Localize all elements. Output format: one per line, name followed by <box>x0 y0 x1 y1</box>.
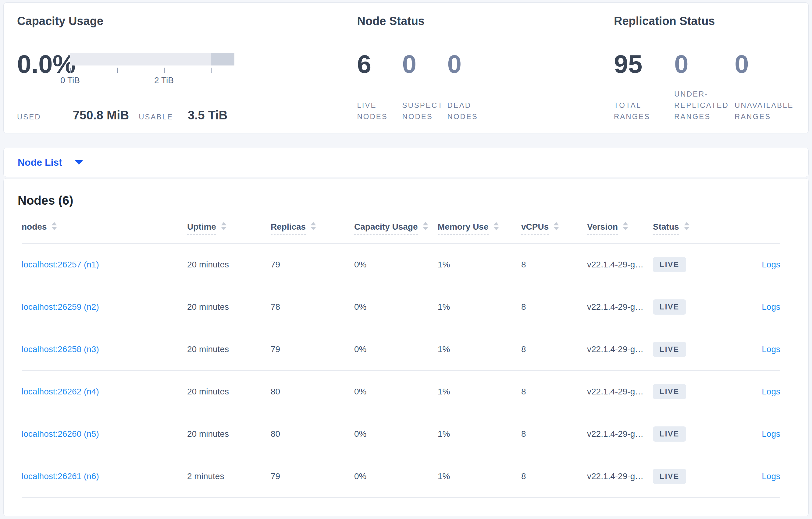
sort-icon[interactable] <box>311 222 316 230</box>
used-label: USED <box>17 113 41 121</box>
capacity-bar-axis <box>70 68 234 73</box>
version-cell: v22.1.4-29-g… <box>587 429 653 439</box>
table-row: localhost:26262 (n4) 20 minutes 80 0% 1%… <box>22 371 780 413</box>
version-cell: v22.1.4-29-g… <box>587 260 653 270</box>
column-header-version[interactable]: Version <box>587 222 653 232</box>
capacity-cell: 0% <box>354 260 438 270</box>
logs-link[interactable]: Logs <box>762 302 780 312</box>
logs-link[interactable]: Logs <box>762 471 780 481</box>
live-nodes-value: 6 <box>357 47 402 81</box>
vcpus-cell: 8 <box>521 471 587 481</box>
sort-icon[interactable] <box>221 222 227 230</box>
sort-icon[interactable] <box>684 222 690 230</box>
status-badge: LIVE <box>653 469 686 484</box>
status-badge: LIVE <box>653 384 686 399</box>
vcpus-cell: 8 <box>521 260 587 270</box>
nodes-table: nodes Uptime Replicas Capacity Usage Mem… <box>22 222 780 498</box>
column-header-uptime[interactable]: Uptime <box>187 222 271 232</box>
logs-link[interactable]: Logs <box>762 387 780 396</box>
column-header-memory-use[interactable]: Memory Use <box>438 222 521 232</box>
uptime-cell: 20 minutes <box>187 387 271 397</box>
logs-link[interactable]: Logs <box>762 344 780 354</box>
node-link[interactable]: localhost:26258 (n3) <box>22 344 99 354</box>
usable-value: 3.5 TiB <box>188 109 227 122</box>
node-link[interactable]: localhost:26257 (n1) <box>22 260 99 269</box>
sort-icon[interactable] <box>553 222 559 230</box>
chevron-down-icon[interactable] <box>75 160 83 165</box>
column-header-nodes[interactable]: nodes <box>22 222 187 232</box>
nodes-section-title: Nodes (6) <box>4 179 808 207</box>
sort-icon[interactable] <box>423 222 428 230</box>
usable-label: USABLE <box>139 113 173 121</box>
capacity-cell: 0% <box>354 471 438 481</box>
unavailable-ranges-stat: 0 UNAVAILABLE RANGES <box>734 47 795 122</box>
node-link[interactable]: localhost:26262 (n4) <box>22 387 99 396</box>
uptime-cell: 20 minutes <box>187 429 271 439</box>
uptime-cell: 20 minutes <box>187 302 271 312</box>
cluster-summary-panel: Capacity Usage 0.0% 0 TiB 2 TiB <box>3 2 809 133</box>
version-cell: v22.1.4-29-g… <box>587 302 653 312</box>
memory-cell: 1% <box>438 260 521 270</box>
uptime-cell: 20 minutes <box>187 260 271 270</box>
capacity-bar-track <box>70 53 234 65</box>
table-row: localhost:26257 (n1) 20 minutes 79 0% 1%… <box>22 244 780 286</box>
under-replicated-ranges-stat: 0 UNDER-REPLICATED RANGES <box>674 47 734 122</box>
node-link[interactable]: localhost:26259 (n2) <box>22 302 99 312</box>
live-nodes-stat: 6 LIVE NODES <box>357 47 402 122</box>
replicas-cell: 79 <box>271 344 354 354</box>
memory-cell: 1% <box>438 344 521 354</box>
replicas-cell: 79 <box>271 471 354 481</box>
total-ranges-value: 95 <box>614 47 674 81</box>
capacity-cell: 0% <box>354 429 438 439</box>
node-link[interactable]: localhost:26260 (n5) <box>22 429 99 438</box>
replicas-cell: 78 <box>271 302 354 312</box>
capacity-bar-dark-segment <box>211 53 234 65</box>
axis-label-2tib: 2 TiB <box>154 75 174 85</box>
nodes-table-header: nodes Uptime Replicas Capacity Usage Mem… <box>22 222 780 244</box>
table-row: localhost:26260 (n5) 20 minutes 80 0% 1%… <box>22 413 780 455</box>
capacity-cell: 0% <box>354 344 438 354</box>
vcpus-cell: 8 <box>521 344 587 354</box>
replicas-cell: 79 <box>271 260 354 270</box>
dead-nodes-stat: 0 DEAD NODES <box>447 47 492 122</box>
column-header-replicas[interactable]: Replicas <box>271 222 354 232</box>
column-header-status[interactable]: Status <box>653 222 719 232</box>
used-value: 750.8 MiB <box>73 109 129 122</box>
total-ranges-stat: 95 TOTAL RANGES <box>614 47 674 122</box>
vcpus-cell: 8 <box>521 429 587 439</box>
column-header-capacity-usage[interactable]: Capacity Usage <box>354 222 438 232</box>
version-cell: v22.1.4-29-g… <box>587 344 653 354</box>
suspect-nodes-value: 0 <box>402 47 447 81</box>
sort-icon[interactable] <box>493 222 499 230</box>
logs-link[interactable]: Logs <box>762 429 780 438</box>
sort-icon[interactable] <box>52 222 57 230</box>
logs-link[interactable]: Logs <box>762 260 780 269</box>
axis-tick <box>211 68 211 73</box>
node-link[interactable]: localhost:26261 (n6) <box>22 471 99 481</box>
axis-tick <box>164 68 165 73</box>
memory-cell: 1% <box>438 387 521 397</box>
under-replicated-ranges-value: 0 <box>674 47 734 81</box>
node-status-title: Node Status <box>357 14 614 28</box>
live-nodes-label: LIVE NODES <box>357 100 402 122</box>
unavailable-ranges-value: 0 <box>734 47 795 81</box>
suspect-nodes-stat: 0 SUSPECT NODES <box>402 47 447 122</box>
column-header-vcpus[interactable]: vCPUs <box>521 222 587 232</box>
capacity-cell: 0% <box>354 387 438 397</box>
table-row: localhost:26259 (n2) 20 minutes 78 0% 1%… <box>22 286 780 328</box>
table-row: localhost:26261 (n6) 2 minutes 79 0% 1% … <box>22 455 780 498</box>
view-selector-bar: Node List <box>3 148 809 177</box>
sort-icon[interactable] <box>623 222 628 230</box>
dead-nodes-label: DEAD NODES <box>447 100 492 122</box>
capacity-usage-bar: 0 TiB 2 TiB <box>70 53 234 86</box>
memory-cell: 1% <box>438 302 521 312</box>
status-badge: LIVE <box>653 342 686 357</box>
capacity-cell: 0% <box>354 302 438 312</box>
memory-cell: 1% <box>438 471 521 481</box>
node-status-section: Node Status 6 LIVE NODES 0 SUSPECT NODES… <box>357 14 614 122</box>
version-cell: v22.1.4-29-g… <box>587 387 653 397</box>
uptime-cell: 20 minutes <box>187 344 271 354</box>
under-replicated-ranges-label: UNDER-REPLICATED RANGES <box>674 88 732 122</box>
capacity-usage-title: Capacity Usage <box>17 14 357 28</box>
node-list-dropdown[interactable]: Node List <box>18 157 62 168</box>
